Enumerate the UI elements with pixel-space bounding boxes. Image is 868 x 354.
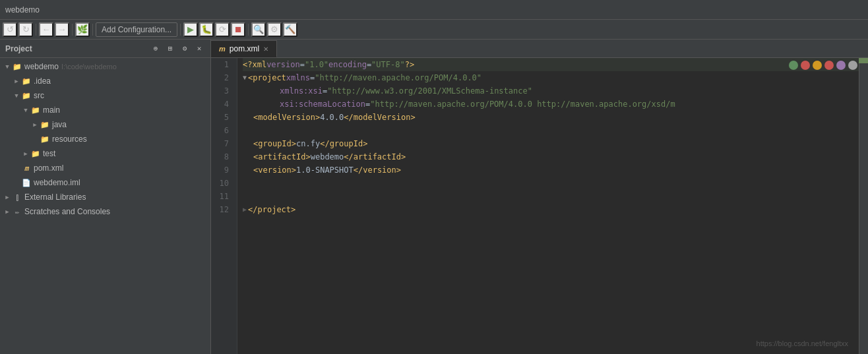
toolbar-build[interactable]: 🔨 — [283, 22, 297, 37]
toolbar-vcs[interactable]: 🌿 — [75, 22, 90, 37]
tree-item-src[interactable]: ▼ 📁 src — [0, 88, 210, 103]
toolbar-debug[interactable]: 🐛 — [199, 22, 214, 37]
line-num-10: 10 — [211, 177, 233, 190]
toolbar-forward[interactable]: → — [55, 22, 69, 37]
tree-item-ext-lib[interactable]: ▶ ⫿ External Libraries — [0, 190, 210, 204]
xsi-schema-attr: xsi:schemaLocation — [280, 98, 365, 111]
code-line-1: <?xml version="1.0" encoding="UTF-8" ?> — [243, 58, 868, 71]
bracket-1: <? — [243, 58, 252, 71]
tree-item-java[interactable]: ▶ 📁 java — [0, 117, 210, 132]
toolbar-sep-2 — [72, 24, 73, 36]
tree-item-iml[interactable]: 📄 webdemo.iml — [0, 175, 210, 190]
sidebar-header: Project ⊕ ⊞ ⚙ ✕ — [0, 40, 210, 58]
groupid-close-tag: groupId — [330, 137, 363, 150]
nav-circle-4[interactable] — [824, 61, 834, 70]
toolbar-redo[interactable]: ↻ — [18, 22, 33, 37]
tree-arrow-main: ▼ — [21, 105, 30, 115]
xmlns-attr: xmlns — [286, 71, 310, 84]
bracket-8b: > — [305, 150, 310, 163]
toolbar-search-everywhere[interactable]: 🔍 — [251, 22, 266, 37]
fold-icon-12[interactable]: ▶ — [243, 203, 247, 216]
model-close-tag: modelVersion — [354, 111, 411, 124]
tree-label-main: main — [43, 105, 60, 115]
tree-item-idea[interactable]: ▶ 📁 .idea — [0, 74, 210, 88]
toolbar-sep-3 — [92, 24, 93, 36]
tree-item-pom[interactable]: m pom.xml — [0, 161, 210, 175]
bracket-5d: > — [410, 111, 415, 124]
toolbar-undo[interactable]: ↺ — [3, 22, 17, 37]
xsi-schema-val: "http://maven.apache.org/POM/4.0.0 http:… — [370, 98, 675, 111]
model-tag: modelVersion — [258, 111, 315, 124]
fold-icon-2[interactable]: ▼ — [243, 71, 247, 84]
tab-pom-icon: m — [219, 45, 226, 53]
project-root-icon: 📁 — [12, 61, 22, 72]
ext-lib-icon: ⫿ — [12, 192, 22, 202]
sidebar-add-icon[interactable]: ⊕ — [150, 43, 162, 55]
sidebar-close-icon[interactable]: ✕ — [193, 43, 205, 55]
bracket-5b: > — [315, 111, 320, 124]
sidebar-title: Project — [5, 44, 32, 53]
sidebar: Project ⊕ ⊞ ⚙ ✕ ▼ 📁 webdemo I:\code\webd… — [0, 40, 211, 354]
editor-right-gutter — [859, 58, 868, 354]
tree-item-test[interactable]: ▶ 📁 test — [0, 146, 210, 161]
toolbar-coverage[interactable]: ⟳ — [215, 22, 230, 37]
tree-item-main[interactable]: ▼ 📁 main — [0, 103, 210, 117]
xmlns-val: "http://maven.apache.org/POM/4.0.0" — [315, 71, 481, 84]
tree-arrow-ext-lib: ▶ — [3, 192, 12, 202]
bracket-7c: </ — [320, 137, 329, 150]
line-num-7: 7 — [211, 137, 233, 150]
nav-circle-1[interactable] — [789, 61, 798, 70]
tree-item-webdemo[interactable]: ▼ 📁 webdemo I:\code\webdemo — [0, 59, 210, 74]
toolbar-stop[interactable]: ⏹ — [231, 22, 245, 37]
bracket-close-1: ?> — [405, 58, 414, 71]
line-num-9: 9 — [211, 163, 233, 177]
xmlns-xsi-attr: xmlns:xsi — [280, 84, 323, 98]
tree-label-scratches: Scratches and Consoles — [24, 207, 110, 216]
xml-enc-val: "UTF-8" — [371, 58, 405, 71]
code-line-10 — [243, 177, 868, 190]
bracket-8d: > — [401, 150, 406, 163]
line-num-5: 5 — [211, 111, 233, 124]
tree-item-resources[interactable]: 📁 resources — [0, 132, 210, 146]
nav-circle-2[interactable] — [801, 61, 810, 70]
bracket-8a: < — [253, 150, 258, 163]
nav-circle-3[interactable] — [813, 61, 822, 70]
toolbar-back[interactable]: ← — [39, 22, 53, 37]
bracket-9a: < — [253, 163, 258, 177]
eq-3: = — [310, 71, 315, 84]
code-line-2: ▼ <project xmlns="http://maven.apache.or… — [243, 71, 868, 84]
code-line-4: xsi:schemaLocation="http://maven.apache.… — [243, 98, 868, 111]
code-area[interactable]: <?xml version="1.0" encoding="UTF-8" ?> … — [237, 58, 868, 354]
line-num-1: 1 — [211, 58, 233, 71]
toolbar-run[interactable]: ▶ — [183, 22, 198, 37]
tab-pom-xml[interactable]: m pom.xml ✕ — [211, 40, 277, 57]
tree-label-ext-lib: External Libraries — [24, 192, 86, 202]
sidebar-compact-icon[interactable]: ⊞ — [164, 43, 176, 55]
code-line-12: ▶ </project> — [243, 203, 868, 216]
nav-circle-6[interactable] — [848, 61, 857, 70]
toolbar: ↺ ↻ ← → 🌿 Add Configuration... ▶ 🐛 ⟳ ⏹ 🔍… — [0, 20, 868, 40]
code-line-11 — [243, 190, 868, 203]
test-folder-icon: 📁 — [30, 148, 41, 159]
resources-folder-icon: 📁 — [40, 134, 50, 144]
bracket-5c: </ — [344, 111, 353, 124]
tab-bar: m pom.xml ✕ — [211, 40, 868, 58]
editor-content[interactable]: 1 2 3 4 5 6 7 8 9 10 11 12 <?xml version… — [211, 58, 868, 354]
tree-arrow-test: ▶ — [21, 149, 30, 158]
tree-arrow-src: ▼ — [12, 91, 21, 100]
bracket-7d: > — [363, 137, 367, 150]
tab-close-button[interactable]: ✕ — [263, 45, 268, 53]
nav-circle-5[interactable] — [836, 61, 846, 70]
toolbar-sep-5 — [248, 24, 249, 36]
tree-label-iml: webdemo.iml — [34, 178, 80, 187]
bracket-8c: </ — [344, 150, 353, 163]
tree-label-resources: resources — [52, 134, 87, 144]
toolbar-settings[interactable]: ⚙ — [267, 22, 282, 37]
sidebar-settings-icon[interactable]: ⚙ — [179, 43, 191, 55]
line-numbers: 1 2 3 4 5 6 7 8 9 10 11 12 — [211, 58, 237, 354]
add-configuration-button[interactable]: Add Configuration... — [96, 22, 177, 37]
tree-item-scratches[interactable]: ▶ ✏ Scratches and Consoles — [0, 204, 210, 219]
main-folder-icon: 📁 — [30, 105, 41, 115]
tree-arrow-scratches: ▶ — [3, 207, 12, 216]
tree-arrow-java: ▶ — [30, 120, 40, 129]
